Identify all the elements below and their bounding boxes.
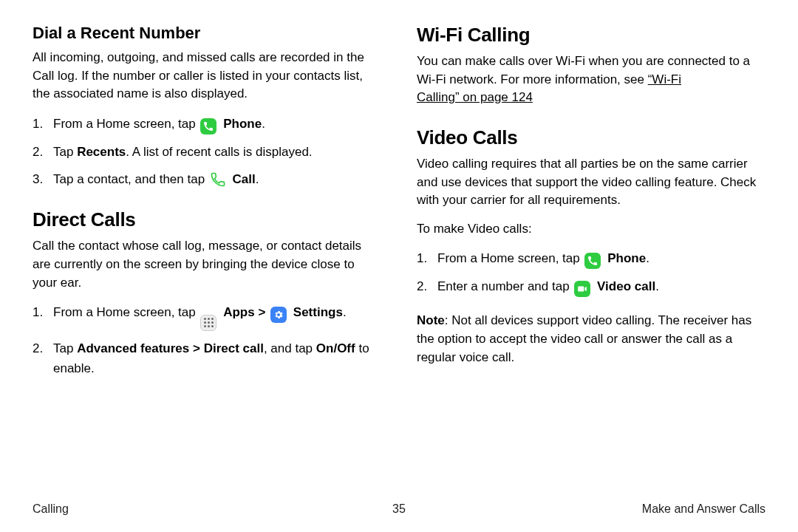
note-label: Note <box>417 313 445 327</box>
label-video-call: Video call <box>597 279 655 293</box>
video-call-icon <box>574 281 590 297</box>
phone-icon <box>200 118 216 134</box>
note-text: : Not all devices support video calling.… <box>417 313 751 364</box>
label-call: Call <box>233 172 256 186</box>
direct-intro: Call the contact whose call log, message… <box>33 237 381 292</box>
direct-step-2: Tap Advanced features > Direct call, and… <box>33 338 381 378</box>
label-on-off: On/Off <box>316 341 355 355</box>
manual-page: Dial a Recent Number All incoming, outgo… <box>0 0 798 532</box>
apps-icon <box>200 315 216 331</box>
text: . <box>256 172 259 186</box>
phone-icon <box>584 253 601 269</box>
dial-step-3: Tap a contact, and then tap Call. <box>33 169 381 189</box>
call-outline-icon <box>210 171 226 188</box>
text: . <box>262 117 265 131</box>
video-step-1: From a Home screen, tap Phone. <box>417 248 765 269</box>
left-column: Dial a Recent Number All incoming, outgo… <box>33 24 381 393</box>
chevron-right: > <box>255 305 269 319</box>
video-intro: Video calling requires that all parties … <box>417 155 765 210</box>
footer-page-number: 35 <box>392 502 406 516</box>
label-settings: Settings <box>293 305 343 319</box>
video-step-2: Enter a number and tap Video call. <box>417 276 765 297</box>
text: Tap a contact, and then tap <box>53 172 208 186</box>
apps-grid-icon <box>204 318 214 327</box>
footer-left: Calling <box>33 502 69 516</box>
heading-dial-recent: Dial a Recent Number <box>33 24 381 43</box>
text: . <box>343 305 347 319</box>
label-apps: Apps <box>223 305 255 319</box>
text: , and tap <box>264 341 316 355</box>
settings-icon <box>270 307 287 323</box>
video-steps: From a Home screen, tap Phone. Enter a n… <box>417 248 765 297</box>
text: . <box>646 251 649 265</box>
right-column: Wi-Fi Calling You can make calls over Wi… <box>417 24 765 393</box>
direct-step-1: From a Home screen, tap Apps > Settings. <box>33 302 381 331</box>
text: Enter a number and tap <box>437 279 573 293</box>
label-phone: Phone <box>223 117 262 131</box>
text: . <box>655 279 659 293</box>
direct-steps: From a Home screen, tap Apps > Settings.… <box>33 302 381 378</box>
label-advanced-features: Advanced features <box>77 341 189 355</box>
text: From a Home screen, tap <box>53 117 199 131</box>
heading-direct-calls: Direct Calls <box>33 208 381 231</box>
text: Tap <box>53 341 77 355</box>
heading-video-calls: Video Calls <box>417 126 765 149</box>
text: Tap <box>53 145 77 159</box>
two-column-layout: Dial a Recent Number All incoming, outgo… <box>33 24 765 393</box>
chevron-right: > <box>189 341 203 355</box>
text: You can make calls over Wi-Fi when you a… <box>417 54 750 86</box>
video-lead: To make Video calls: <box>417 220 765 239</box>
label-recents: Recents <box>77 145 126 159</box>
text: . A list of recent calls is displayed. <box>126 145 312 159</box>
text: From a Home screen, tap <box>53 305 199 319</box>
dial-steps: From a Home screen, tap Phone. Tap Recen… <box>33 114 381 189</box>
label-direct-call: Direct call <box>204 341 264 355</box>
text: From a Home screen, tap <box>437 251 583 265</box>
page-footer: Calling 35 Make and Answer Calls <box>33 502 765 516</box>
label-phone: Phone <box>607 251 646 265</box>
heading-wifi-calling: Wi-Fi Calling <box>417 24 765 47</box>
dial-step-1: From a Home screen, tap Phone. <box>33 114 381 134</box>
dial-intro: All incoming, outgoing, and missed calls… <box>33 49 381 103</box>
wifi-intro: You can make calls over Wi-Fi when you a… <box>417 52 765 107</box>
footer-right: Make and Answer Calls <box>642 502 765 516</box>
video-note: Note: Not all devices support video call… <box>417 312 765 366</box>
dial-step-2: Tap Recents. A list of recent calls is d… <box>33 142 381 162</box>
